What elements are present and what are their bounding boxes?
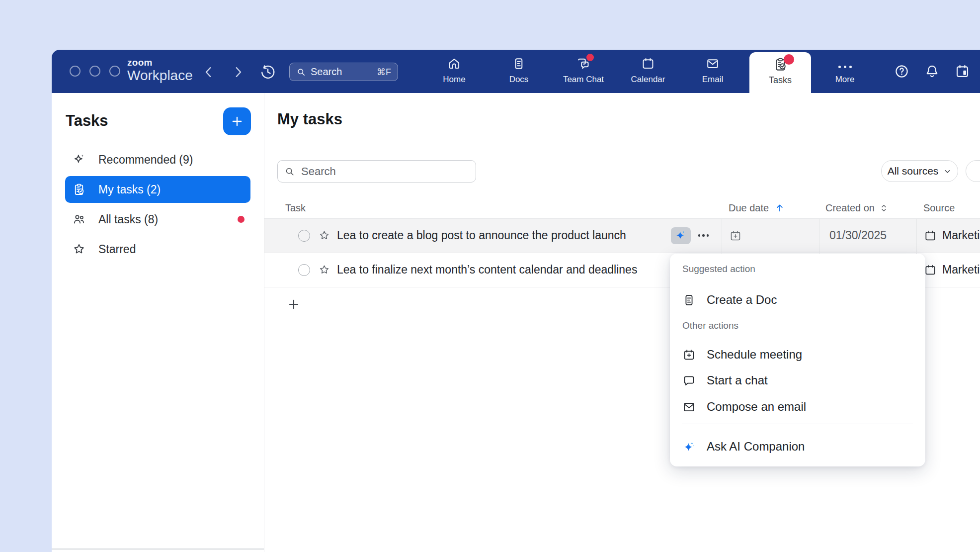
menu-item-schedule-meeting[interactable]: Schedule meeting	[670, 343, 925, 366]
plus-icon	[287, 298, 300, 311]
menu-item-label: Ask AI Companion	[707, 440, 805, 454]
search-icon	[284, 166, 295, 177]
menu-item-compose-email[interactable]: Compose an email	[670, 395, 925, 418]
sidebar-item-my-tasks[interactable]: My tasks (2)	[65, 176, 250, 203]
menu-item-label: Schedule meeting	[707, 348, 802, 362]
row-more-button[interactable]	[698, 234, 709, 237]
search-shortcut: ⌘F	[377, 67, 391, 78]
chevron-down-icon	[943, 167, 952, 176]
nav-more[interactable]: More	[822, 56, 867, 89]
global-search[interactable]: Search ⌘F	[289, 63, 398, 81]
nav-home[interactable]: Home	[422, 56, 487, 89]
calendar-plus-icon	[682, 348, 696, 362]
sources-filter-label: All sources	[888, 165, 939, 177]
sidebar-item-recommended[interactable]: Recommended (9)	[65, 146, 250, 173]
menu-divider	[682, 424, 913, 424]
sparkle-icon	[72, 153, 86, 167]
calendar-source-icon	[924, 264, 937, 276]
notifications-button[interactable]	[924, 64, 940, 79]
task-row[interactable]: Lea to create a blog post to announce th…	[264, 219, 980, 253]
menu-section-label: Suggested action	[682, 264, 755, 275]
zoom-workplace-logo: zoom Workplace	[127, 58, 193, 83]
my-tasks-panel: My tasks All sources Task Due date Creat…	[264, 93, 980, 552]
column-header-source[interactable]: Source	[916, 197, 980, 218]
nav-email-label: Email	[702, 75, 724, 85]
all-tasks-badge	[238, 216, 245, 223]
window-control-close[interactable]	[70, 66, 81, 77]
calendar-source-icon	[924, 229, 937, 242]
help-icon	[894, 64, 909, 79]
nav-team-chat[interactable]: Team Chat	[551, 56, 616, 89]
chevron-right-icon	[231, 65, 245, 80]
source-label: Marketing	[942, 229, 980, 242]
add-task-inline-button[interactable]	[287, 298, 300, 311]
window-control-minimize[interactable]	[89, 66, 100, 77]
brand-text: zoom	[127, 58, 193, 67]
sources-filter[interactable]: All sources	[881, 160, 958, 182]
history-button[interactable]	[260, 64, 276, 80]
history-icon	[260, 64, 276, 80]
source-cell: Marketing	[916, 219, 980, 252]
star-toggle[interactable]	[318, 264, 330, 276]
calendar-panel-icon	[955, 64, 970, 79]
ai-companion-button[interactable]	[671, 227, 691, 244]
tab-tasks[interactable]: Tasks	[749, 52, 811, 93]
column-header-due-date[interactable]: Due date	[722, 197, 819, 218]
menu-item-label: Create a Doc	[707, 293, 777, 307]
doc-icon	[682, 293, 696, 307]
bell-icon	[924, 64, 940, 79]
team-chat-badge	[586, 54, 594, 61]
window-control-expand[interactable]	[109, 66, 120, 77]
home-icon	[447, 57, 461, 71]
menu-item-label: Compose an email	[707, 400, 806, 414]
task-title[interactable]: Lea to create a blog post to announce th…	[337, 229, 626, 242]
plus-icon	[230, 114, 244, 128]
chevron-left-icon	[201, 65, 216, 80]
forward-button[interactable]	[231, 65, 245, 80]
nav-docs[interactable]: Docs	[487, 56, 551, 89]
envelope-icon	[682, 400, 696, 414]
table-header: Task Due date Created on Source	[264, 197, 980, 219]
column-header-created-on[interactable]: Created on	[819, 197, 916, 218]
created-on-cell: 01/30/2025	[819, 219, 916, 252]
back-button[interactable]	[201, 65, 216, 80]
calendar-panel-button[interactable]	[955, 64, 970, 79]
menu-item-ask-ai-companion[interactable]: Ask AI Companion	[670, 435, 925, 458]
star-toggle[interactable]	[318, 229, 330, 242]
add-task-button[interactable]	[223, 107, 251, 135]
task-complete-radio[interactable]	[298, 264, 310, 276]
task-title[interactable]: Lea to finalize next month’s content cal…	[337, 263, 637, 276]
sidebar-item-starred[interactable]: Starred	[65, 236, 250, 263]
due-date-cell[interactable]	[722, 219, 819, 252]
nav-more-label: More	[835, 75, 855, 85]
sidebar-item-label: Starred	[98, 243, 136, 256]
nav-docs-label: Docs	[509, 75, 529, 85]
star-icon	[318, 264, 330, 276]
task-search[interactable]	[277, 160, 476, 183]
sidebar-item-all-tasks[interactable]: All tasks (8)	[65, 206, 250, 233]
nav-calendar[interactable]: Calendar	[616, 56, 680, 89]
nav-calendar-label: Calendar	[631, 75, 665, 85]
menu-item-start-chat[interactable]: Start a chat	[670, 369, 925, 392]
filter-button-partial[interactable]	[966, 160, 980, 182]
sort-ascending-icon[interactable]	[775, 203, 785, 213]
suggested-actions-menu: Suggested action Create a Doc Other acti…	[670, 254, 925, 466]
calendar-icon	[641, 57, 655, 71]
more-dots-icon	[838, 62, 852, 72]
product-text: Workplace	[127, 69, 193, 83]
top-bar: zoom Workplace Search ⌘F Home	[52, 50, 980, 93]
ai-companion-icon	[674, 229, 687, 242]
nav-email[interactable]: Email	[680, 56, 745, 89]
source-label: Marketing	[942, 263, 980, 276]
help-button[interactable]	[894, 64, 909, 79]
window-controls[interactable]	[70, 66, 120, 77]
task-complete-radio[interactable]	[298, 230, 310, 242]
tasks-badge	[784, 54, 794, 65]
docs-icon	[512, 57, 526, 71]
menu-item-create-doc[interactable]: Create a Doc	[670, 288, 925, 311]
set-due-date-icon[interactable]	[729, 229, 742, 242]
column-header-task[interactable]: Task	[264, 197, 722, 218]
task-search-input[interactable]	[300, 165, 459, 179]
people-icon	[72, 212, 86, 226]
sort-both-icon[interactable]	[879, 203, 889, 213]
